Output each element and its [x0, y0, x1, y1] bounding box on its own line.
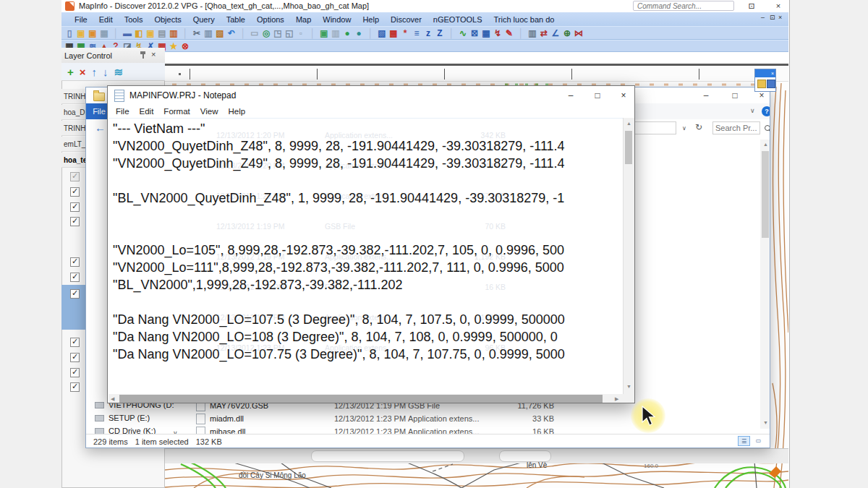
menu-item[interactable]: Trich luoc ban do	[488, 15, 560, 24]
scroll-down-icon[interactable]: ▼	[763, 420, 768, 425]
toolbar-separator[interactable]: │	[180, 27, 190, 38]
toolbar-separator[interactable]: │	[446, 27, 456, 38]
angle-icon[interactable]: ∠	[550, 27, 561, 38]
layer-visibility-checkbox[interactable]	[70, 338, 80, 347]
menu-item[interactable]: Table	[221, 15, 251, 24]
legend-icon[interactable]: ▣	[319, 27, 329, 38]
menu-item[interactable]: Discover	[385, 15, 427, 24]
mdi-minimize-icon[interactable]: –	[761, 14, 765, 21]
section-icon[interactable]: ≡	[412, 27, 422, 38]
layer-visibility-checkbox[interactable]	[70, 202, 80, 212]
minimize-icon[interactable]: –	[697, 89, 715, 102]
refresh-icon[interactable]: ↻	[695, 122, 702, 132]
address-dropdown-icon[interactable]: ∨	[682, 125, 686, 132]
search-input[interactable]	[712, 121, 760, 134]
map-scroll-thumb[interactable]	[311, 450, 464, 462]
paste-icon[interactable]: ▧	[215, 27, 225, 38]
scroll-up-icon[interactable]: ▲	[763, 142, 768, 147]
menu-item[interactable]: View	[195, 107, 224, 116]
open-table-icon[interactable]: ▣	[76, 27, 86, 38]
notepad-vscroll-thumb[interactable]	[625, 131, 632, 164]
mini-layer-icon[interactable]	[767, 80, 775, 88]
mdi-close-icon[interactable]: ×	[778, 14, 782, 21]
zoom-z-icon[interactable]: z	[423, 27, 433, 38]
new-browser-icon[interactable]: ▭	[250, 27, 260, 38]
table-edit-icon[interactable]: ▦	[481, 27, 491, 38]
menu-item[interactable]: Tools	[119, 15, 149, 24]
clip-target-icon[interactable]: ▩	[388, 27, 399, 38]
map-horizontal-scrollbar[interactable]	[165, 448, 788, 463]
menu-item[interactable]: Format	[158, 107, 195, 116]
universal-translator-icon[interactable]: ▦	[99, 27, 109, 38]
statistics-icon[interactable]: ▥	[331, 27, 341, 38]
copy-icon[interactable]: ▥	[203, 27, 213, 38]
menu-item[interactable]: File	[69, 15, 93, 24]
details-view-button[interactable]: ☰	[738, 436, 750, 446]
cut-icon[interactable]: ✂	[192, 27, 202, 38]
export-icon[interactable]: ▥	[169, 27, 179, 38]
digitize-pen-icon[interactable]: ✎	[504, 27, 514, 38]
mini-toolbar-window[interactable]: ×	[754, 69, 776, 92]
sort-z-icon[interactable]: Z	[435, 27, 445, 38]
new-redistrict-icon[interactable]: ▫	[296, 27, 306, 38]
explorer-scroll-thumb[interactable]	[762, 151, 769, 238]
menu-item[interactable]: Help	[224, 107, 251, 116]
layer-visibility-checkbox[interactable]	[70, 353, 80, 362]
menu-item[interactable]: Options	[251, 15, 290, 24]
restore-window-icon[interactable]: ⊡	[745, 1, 758, 11]
close-tool-icon[interactable]: ⊗	[180, 40, 190, 51]
slope-icon[interactable]: ↯	[493, 27, 503, 38]
pin-icon[interactable]	[140, 51, 147, 59]
favorites-icon[interactable]: ★	[169, 40, 179, 51]
save-workspace-icon[interactable]: ◧	[134, 27, 144, 38]
help-icon[interactable]: ?	[762, 106, 770, 116]
layer-style-icon[interactable]: ≋	[114, 67, 124, 77]
menu-item[interactable]: Map	[290, 15, 317, 24]
close-icon[interactable]: ×	[613, 86, 634, 105]
menu-item[interactable]: Edit	[93, 15, 119, 24]
menu-item[interactable]: Help	[357, 15, 385, 24]
menu-item[interactable]: File	[111, 107, 135, 116]
clip-region-icon[interactable]: ▧	[377, 27, 387, 38]
scroll-down-icon[interactable]: ▼	[626, 384, 631, 389]
close-window-icon[interactable]: ×	[772, 1, 785, 11]
mini-close-icon[interactable]: ×	[755, 69, 775, 77]
profile-icon[interactable]: *	[400, 27, 410, 38]
snap-icon[interactable]: ⊕	[562, 27, 572, 38]
maximize-icon[interactable]: □	[587, 86, 608, 105]
world-teal-icon[interactable]: ●	[354, 27, 364, 38]
menu-item[interactable]: Edit	[135, 107, 159, 116]
new-table-icon[interactable]: ▯	[64, 27, 75, 38]
mdi-restore-icon[interactable]: ⊡	[770, 14, 775, 21]
grid-select-icon[interactable]: ⊠	[469, 27, 480, 38]
toolbar-separator[interactable]: │	[307, 27, 318, 38]
ribbon-collapse-icon[interactable]: ∨	[750, 107, 755, 114]
undo-icon[interactable]: ↶	[226, 27, 237, 38]
layer-visibility-checkbox[interactable]	[70, 172, 80, 181]
toolbar-separator[interactable]: │	[111, 27, 121, 38]
scroll-left-icon[interactable]: ◀	[111, 396, 114, 402]
new-layout-icon[interactable]: ◱	[284, 27, 294, 38]
save-table-icon[interactable]: ▬	[122, 27, 132, 38]
maximize-icon[interactable]: □	[726, 89, 744, 102]
back-icon[interactable]: ←	[95, 121, 106, 134]
print-icon[interactable]: ▤	[157, 27, 167, 38]
mapinfo-titlebar[interactable]: MapInfo - Discover 2012.0.2 VPG - [Qhoa_…	[61, 0, 788, 12]
save-copy-icon[interactable]: ▣	[145, 27, 156, 38]
toolbar-separator[interactable]: │	[365, 27, 375, 38]
world-icon[interactable]: ●	[342, 27, 352, 38]
layer-visibility-checkbox[interactable]	[70, 217, 80, 226]
layer-visibility-checkbox[interactable]	[70, 368, 80, 377]
menu-item[interactable]: nGEOTOOLS	[427, 15, 488, 24]
open-workspace-icon[interactable]: ▣	[88, 27, 98, 38]
menu-item[interactable]: Objects	[148, 15, 187, 24]
add-layer-icon[interactable]: +	[67, 67, 74, 77]
map-scroll-thumb[interactable]	[499, 450, 551, 462]
notepad-titlebar[interactable]: MAPINFOW.PRJ - Notepad – □ ×	[108, 86, 634, 105]
minimize-icon[interactable]: –	[560, 86, 582, 105]
layer-control-header[interactable]: Layer Control ×	[61, 48, 165, 64]
reshape-icon[interactable]: ⇄	[539, 27, 549, 38]
close-panel-icon[interactable]: ×	[151, 50, 156, 59]
layer-visibility-checkbox[interactable]	[70, 289, 80, 299]
menu-item[interactable]: Window	[317, 15, 357, 24]
